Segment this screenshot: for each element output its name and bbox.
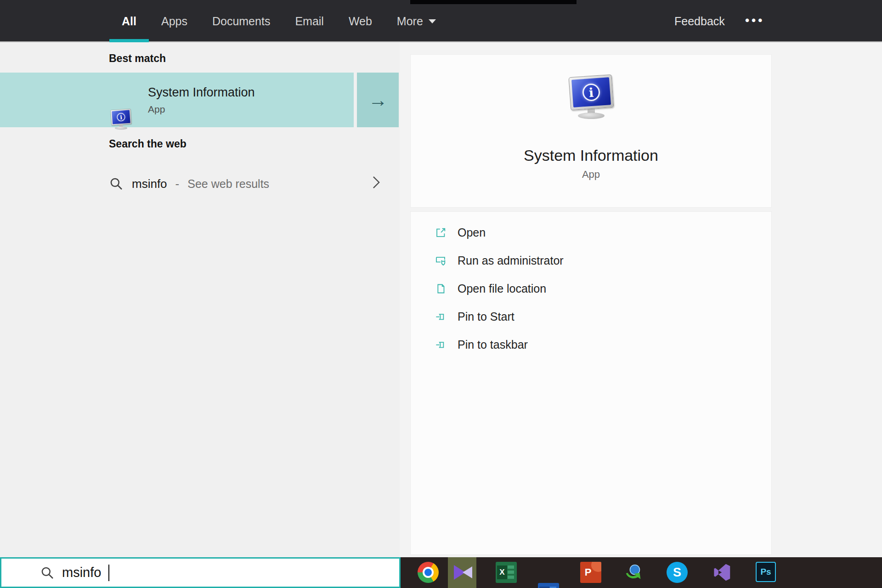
filter-tabs: All Apps Documents Email Web More (109, 0, 448, 42)
text-cursor (108, 565, 109, 581)
tab-more[interactable]: More (384, 0, 448, 42)
tab-web[interactable]: Web (336, 0, 384, 42)
open-icon (435, 226, 447, 239)
result-type: App (148, 104, 165, 115)
results-panel: Best match i System Information App → Se… (0, 42, 400, 557)
action-file-location-label: Open file location (458, 282, 546, 295)
feedback-button[interactable]: Feedback (674, 0, 725, 42)
chevron-right-icon[interactable] (371, 175, 381, 190)
web-results-text: See web results (187, 177, 269, 191)
taskbar-visual-studio-icon[interactable] (712, 562, 733, 583)
tab-web-label: Web (349, 15, 372, 28)
search-icon (40, 565, 55, 580)
taskbar-kmplayer-icon[interactable] (452, 562, 474, 583)
tab-more-label: More (397, 15, 423, 28)
arrow-right-icon: → (368, 89, 388, 111)
preview-app-title: System Information (411, 147, 771, 164)
action-open[interactable]: Open (435, 223, 486, 242)
taskbar-skype-icon[interactable]: S (667, 562, 688, 583)
action-pin-taskbar-label: Pin to taskbar (458, 338, 528, 351)
tab-all[interactable]: All (109, 0, 149, 42)
pin-icon (435, 339, 447, 351)
kmplayer-right-triangle (463, 566, 472, 578)
system-information-app-icon-large: i (568, 76, 614, 127)
taskbar: X W P S Ps (401, 557, 882, 588)
taskbar-excel-icon[interactable]: X (496, 562, 517, 583)
preview-app-type: App (411, 169, 771, 181)
info-glyph: i (588, 86, 594, 99)
tab-email-label: Email (295, 15, 324, 28)
system-information-app-icon: i (110, 109, 132, 134)
photoshop-letters: Ps (760, 567, 771, 577)
tab-all-label: All (122, 15, 136, 28)
action-pin-to-taskbar[interactable]: Pin to taskbar (435, 335, 528, 354)
idm-globe-arrow (623, 562, 645, 583)
info-glyph: i (120, 114, 123, 120)
best-match-header: Best match (109, 52, 166, 65)
web-separator: - (175, 177, 180, 191)
excel-letter: X (497, 565, 507, 579)
windows-search-flyout: All Apps Documents Email Web More Feedba… (0, 0, 882, 588)
pin-icon (435, 311, 447, 323)
web-query-text: msinfo (132, 177, 167, 191)
search-input-value: msinfo (62, 565, 101, 580)
action-pin-to-start[interactable]: Pin to Start (435, 307, 514, 326)
taskbar-idm-icon[interactable] (623, 562, 645, 583)
tab-documents[interactable]: Documents (200, 0, 283, 42)
web-search-suggestion[interactable]: msinfo - See web results (109, 173, 269, 195)
result-title: System Information (148, 85, 255, 100)
tab-apps[interactable]: Apps (149, 0, 200, 42)
taskbar-word-icon[interactable]: W (538, 583, 559, 588)
taskbar-chrome-icon[interactable] (418, 562, 439, 583)
tab-email[interactable]: Email (283, 0, 336, 42)
file-location-icon (435, 283, 447, 295)
visual-studio-logo (712, 562, 733, 583)
action-open-file-location[interactable]: Open file location (435, 279, 546, 298)
powerpoint-letter: P (583, 565, 593, 579)
action-open-label: Open (458, 226, 486, 239)
chevron-down-icon (429, 19, 436, 23)
search-icon (109, 176, 124, 191)
action-run-as-administrator[interactable]: Run as administrator (435, 251, 564, 270)
taskbar-search-box[interactable]: msinfo (0, 557, 401, 588)
tab-documents-label: Documents (212, 15, 270, 28)
tab-apps-label: Apps (161, 15, 187, 28)
search-header: All Apps Documents Email Web More Feedba… (0, 0, 882, 42)
search-web-header: Search the web (109, 138, 187, 150)
app-preview-card: i System Information App (410, 54, 772, 208)
expand-result-button[interactable]: → (357, 73, 399, 127)
best-match-result[interactable]: i System Information App (0, 73, 354, 127)
ellipsis-menu-button[interactable]: ••• (745, 0, 764, 40)
action-run-admin-label: Run as administrator (458, 254, 564, 267)
taskbar-powerpoint-icon[interactable]: P (580, 562, 601, 583)
shield-window-icon (435, 254, 447, 267)
taskbar-photoshop-icon[interactable]: Ps (756, 562, 776, 582)
skype-letter: S (673, 565, 681, 580)
action-pin-start-label: Pin to Start (458, 310, 514, 323)
app-actions-card: Open Run as administrator Open file loca… (410, 211, 772, 555)
